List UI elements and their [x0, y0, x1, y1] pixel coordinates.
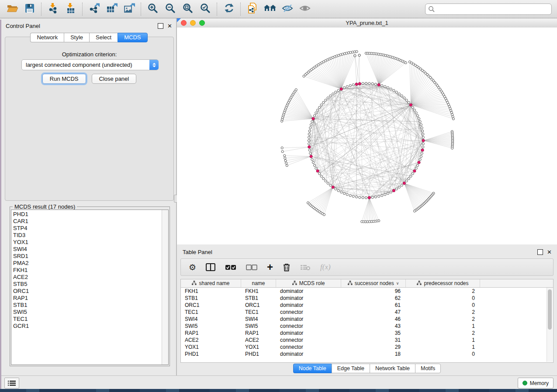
table-scrollbar[interactable] — [547, 288, 553, 362]
zoom-in-button[interactable] — [144, 2, 162, 17]
select-all-rows-icon[interactable] — [225, 265, 236, 270]
table-row[interactable]: ORC1ORC1dominator610 — [181, 302, 553, 309]
export-table-icon — [106, 3, 118, 16]
import-network-icon — [48, 3, 59, 16]
table-row[interactable]: FKH1FKH1dominator962 — [181, 288, 553, 295]
search-input[interactable] — [425, 3, 552, 15]
network-window-titlebar[interactable]: YPA_prune.txt_1 — [177, 18, 557, 28]
close-panel-button[interactable]: Close panel — [92, 74, 137, 84]
mcds-node-item[interactable]: SRD1 — [13, 253, 162, 260]
table-scrollbar-thumb[interactable] — [548, 289, 552, 330]
mcds-node-item[interactable]: TEC1 — [13, 316, 162, 323]
close-panel-icon[interactable]: ✕ — [167, 24, 172, 28]
cell-mcds-role: dominator — [276, 316, 341, 322]
mcds-node-item[interactable]: CAR1 — [13, 218, 162, 225]
column-header-shared-name[interactable]: shared name — [181, 279, 241, 287]
mcds-node-item[interactable]: ORC1 — [13, 288, 162, 295]
column-header-successor-nodes[interactable]: successor nodes∨ — [341, 279, 406, 287]
mcds-list-scrollbar[interactable] — [162, 210, 168, 364]
mcds-node-item[interactable]: PHD1 — [13, 211, 162, 218]
table-body: FKH1FKH1dominator962STB1STB1dominator620… — [181, 288, 553, 358]
mcds-node-item[interactable]: FKH1 — [13, 267, 162, 274]
settings-gear-icon[interactable]: ⚙ — [189, 263, 196, 272]
table-row[interactable]: YOX1YOX1connector291 — [181, 344, 553, 351]
cell-mcds-role: connector — [276, 337, 341, 343]
mcds-node-item[interactable]: GCR1 — [13, 323, 162, 330]
export-table-button[interactable] — [103, 2, 121, 17]
cell-mcds-role: connector — [276, 323, 341, 329]
mcds-node-item[interactable]: STB1 — [13, 302, 162, 309]
refresh-view-button[interactable] — [220, 2, 238, 17]
table-panel: Table Panel ✕ ⚙ + f(x) shared namenameMC… — [177, 246, 557, 375]
add-column-icon[interactable]: + — [267, 263, 273, 272]
network-canvas[interactable] — [177, 28, 557, 244]
column-header-mcds-role[interactable]: MCDS role — [276, 279, 341, 287]
tab-network-table[interactable]: Network Table — [370, 364, 415, 373]
show-panels-button[interactable] — [4, 378, 19, 389]
tab-select[interactable]: Select — [89, 33, 118, 42]
save-floppy-icon — [24, 3, 35, 15]
export-image-button[interactable] — [121, 2, 138, 17]
cell-shared-name: YOX1 — [181, 344, 241, 350]
float-table-panel-icon[interactable] — [537, 249, 543, 255]
hide-selected-button[interactable] — [279, 2, 296, 17]
tab-network[interactable]: Network — [30, 33, 64, 42]
mcds-node-item[interactable]: STP4 — [13, 225, 162, 232]
criterion-dropdown[interactable]: largest connected component (undirected) — [21, 59, 159, 70]
cell-name: STB1 — [241, 295, 276, 301]
mcds-node-item[interactable]: PMA2 — [13, 260, 162, 267]
column-header-name[interactable]: name — [241, 279, 276, 287]
cell-predecessor-nodes: 0 — [406, 351, 480, 357]
tab-motifs[interactable]: Motifs — [415, 364, 441, 373]
zoom-out-button[interactable] — [162, 2, 179, 17]
table-row[interactable]: ACE2ACE2connector311 — [181, 337, 553, 344]
cell-successor-nodes: 35 — [341, 330, 406, 336]
run-mcds-button[interactable]: Run MCDS — [42, 74, 86, 84]
zoom-selected-button[interactable] — [197, 2, 214, 17]
table-row[interactable]: TEC1TEC1connector472 — [181, 309, 553, 316]
mcds-node-item[interactable]: ACE2 — [13, 274, 162, 281]
show-all-button[interactable] — [296, 2, 314, 17]
cell-mcds-role: connector — [276, 344, 341, 350]
table-row[interactable]: PHD1PHD1dominator180 — [181, 351, 553, 358]
shared-column-icon — [417, 280, 422, 286]
tab-node-table[interactable]: Node Table — [293, 364, 332, 373]
memory-button[interactable]: Memory — [518, 378, 554, 389]
mcds-node-item[interactable]: STB5 — [13, 281, 162, 288]
close-table-panel-icon[interactable]: ✕ — [547, 250, 552, 254]
mcds-node-item[interactable]: SWI4 — [13, 246, 162, 253]
application-window: Control Panel ✕ NetworkStyleSelectMCDS O… — [0, 0, 557, 389]
export-network-button[interactable] — [86, 2, 103, 17]
tab-style[interactable]: Style — [64, 33, 89, 42]
deselect-all-rows-icon[interactable] — [246, 265, 257, 270]
column-header-predecessor-nodes[interactable]: predecessor nodes — [406, 279, 480, 287]
mcds-node-item[interactable]: TID3 — [13, 232, 162, 239]
show-column-icon[interactable] — [206, 263, 215, 271]
zoom-fit-button[interactable] — [179, 2, 197, 17]
import-table-button[interactable] — [62, 2, 80, 17]
tab-edge-table[interactable]: Edge Table — [332, 364, 370, 373]
cell-successor-nodes: 31 — [341, 337, 406, 343]
cell-predecessor-nodes: 2 — [406, 288, 480, 294]
control-panel-tabbar: NetworkStyleSelectMCDS — [1, 33, 176, 42]
table-tabs: Node TableEdge TableNetwork TableMotifs — [177, 364, 557, 373]
tab-mcds[interactable]: MCDS — [118, 33, 147, 42]
table-row[interactable]: SWI5SWI5connector431 — [181, 323, 553, 330]
import-network-button[interactable] — [45, 2, 62, 17]
toolbar-separator — [217, 3, 218, 16]
clone-network-button[interactable] — [244, 2, 261, 17]
table-row[interactable]: STB1STB1dominator620 — [181, 295, 553, 302]
first-neighbors-button[interactable] — [261, 2, 279, 17]
mcds-node-item[interactable]: RAP1 — [13, 295, 162, 302]
table-toolbar: ⚙ + f(x) — [180, 258, 554, 276]
table-row[interactable]: SWI4SWI4dominator462 — [181, 316, 553, 323]
mcds-node-item[interactable]: YOX1 — [13, 239, 162, 246]
eye-slash-icon — [281, 3, 294, 15]
open-file-button[interactable] — [3, 2, 21, 17]
cell-shared-name: TEC1 — [181, 309, 241, 315]
save-session-button[interactable] — [21, 2, 38, 17]
delete-column-icon[interactable] — [283, 263, 291, 272]
mcds-node-item[interactable]: SWI5 — [13, 309, 162, 316]
table-row[interactable]: RAP1RAP1dominator352 — [181, 330, 553, 337]
float-panel-icon[interactable] — [158, 23, 163, 29]
